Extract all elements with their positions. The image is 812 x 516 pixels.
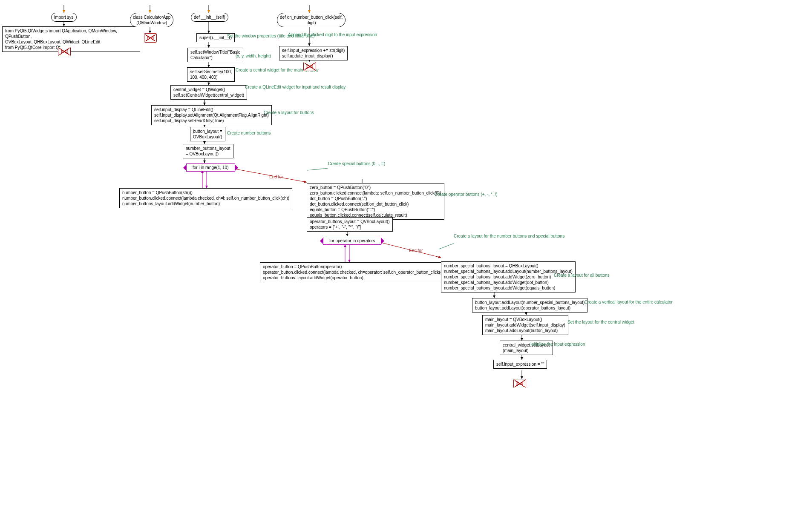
imports-block: from PyQt5.QtWidgets import QApplication…: [2, 26, 140, 52]
label: operator_button = QPushButton(operator) …: [263, 264, 448, 280]
comment-number-buttons: Create number buttons: [227, 130, 271, 136]
comment-button-layout: Create a layout for buttons: [264, 110, 314, 115]
label: number_buttons_layout = QVBoxLayout(): [186, 146, 230, 156]
comment-xywh: (x, y, width, height): [236, 53, 271, 59]
label: number_button = QPushButton(str(i)) numb…: [122, 190, 289, 206]
label: for i in range(1, 10): [193, 165, 229, 170]
comment-init-expr: Initialize the input expression: [530, 341, 585, 347]
append-digit: self.input_expression += str(digit) self…: [279, 46, 348, 60]
number-buttons-layout: number_buttons_layout = QVBoxLayout(): [183, 144, 233, 158]
comment-set-layout: Set the layout for the central widget: [567, 319, 634, 325]
button-layout: button_layout = QVBoxLayout(): [190, 127, 225, 141]
start-import-sys: import sys: [51, 13, 77, 22]
label: def __init__(self): [194, 15, 225, 20]
loop-for-operator: for operator in operators: [323, 237, 381, 245]
label: self.setWindowTitle("Basic Calculator"): [190, 50, 240, 60]
comment-operator-buttons: Create operator buttons (+, -, *, /): [435, 192, 498, 197]
start-class: class CalculatorApp (QMainWindow): [130, 13, 173, 27]
main-layout: main_layout = QVBoxLayout() main_layout.…: [482, 315, 568, 335]
flowchart-canvas: import sys from PyQt5.QtWidgets import Q…: [0, 0, 812, 516]
label: End: [516, 381, 523, 386]
end-col3: End: [513, 379, 526, 388]
endfor1-label: End for: [269, 175, 283, 179]
label: self.input_expression += str(digit) self…: [282, 48, 345, 58]
label: import sys: [54, 15, 74, 20]
set-geometry: self.setGeometry(100, 100, 400, 400): [187, 67, 235, 82]
start-on-number: def on_number_button_click(self, digit): [277, 13, 346, 27]
start-init: def __init__(self): [191, 13, 228, 22]
loop2-body: operator_button = QPushButton(operator) …: [260, 262, 451, 282]
label: button_layout.addLayout(number_special_b…: [475, 300, 585, 310]
comment-all-buttons-layout: Create a layout for all buttons: [554, 272, 610, 278]
label: self.setGeometry(100, 100, 400, 400): [190, 69, 232, 80]
label: self.input_expression = "": [496, 362, 544, 367]
endfor2-label: End for: [409, 248, 423, 253]
label: zero_button = QPushButton("0") zero_butt…: [310, 185, 441, 218]
special-buttons: zero_button = QPushButton("0") zero_butt…: [307, 183, 444, 220]
end-col4: End: [303, 62, 316, 71]
comment-vertical-layout: Create a vertical layout for the entire …: [585, 299, 673, 305]
label: End: [147, 36, 154, 40]
label: class CalculatorApp (QMainWindow): [133, 15, 170, 25]
button-layout-add: button_layout.addLayout(number_special_b…: [472, 298, 587, 312]
input-expression-init: self.input_expression = "": [493, 360, 547, 369]
comment-append-digit: Append the clicked digit to the input ex…: [288, 32, 377, 37]
loop-for-i: for i in range(1, 10): [186, 163, 235, 172]
central-widget: central_widget = QWidget() self.setCentr…: [170, 85, 247, 100]
label: for operator in operators: [329, 238, 375, 243]
label: def on_number_button_click(self, digit): [280, 15, 343, 25]
label: central_widget = QWidget() self.setCentr…: [173, 87, 244, 97]
label: button_layout = QVBoxLayout(): [193, 129, 222, 139]
label: self.input_display = QLineEdit() self.in…: [154, 107, 269, 123]
comment-ns-layout: Create a layout for the number buttons a…: [454, 233, 564, 239]
label: number_special_buttons_layout = QHBoxLay…: [444, 264, 573, 290]
label: End: [61, 49, 68, 54]
loop1-body: number_button = QPushButton(str(i)) numb…: [119, 188, 292, 208]
arrows-layer: [0, 0, 812, 516]
label: operator_buttons_layout = QVBoxLayout() …: [310, 219, 390, 229]
comment-lineedit: Create a QLineEdit widget for input and …: [245, 84, 346, 90]
comment-special-buttons: Create special buttons (0, ., =): [328, 161, 385, 166]
end-col1: End: [58, 47, 71, 56]
operator-buttons-layout: operator_buttons_layout = QVBoxLayout() …: [307, 217, 393, 232]
end-col2: End: [144, 33, 157, 43]
set-window-title: self.setWindowTitle("Basic Calculator"): [187, 48, 243, 62]
input-display: self.input_display = QLineEdit() self.in…: [151, 105, 272, 125]
label: End: [306, 64, 313, 69]
label: main_layout = QVBoxLayout() main_layout.…: [485, 317, 565, 333]
